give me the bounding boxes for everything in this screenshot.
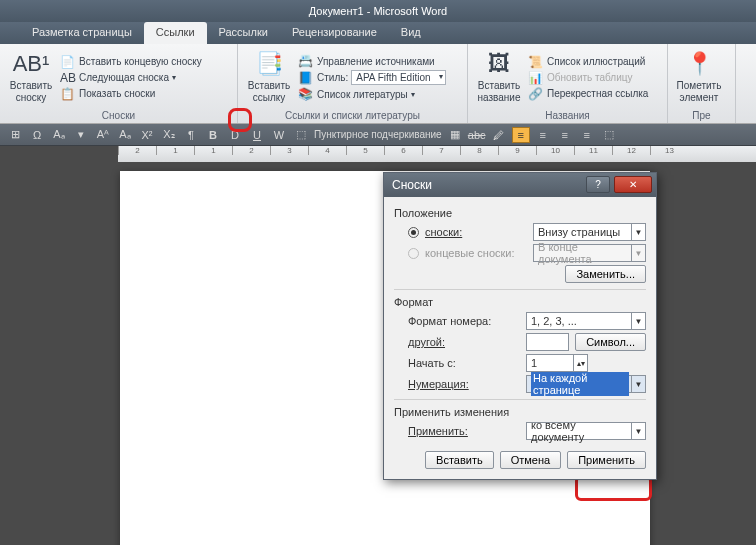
update-table-button[interactable]: 📊Обновить таблицу (528, 70, 648, 86)
dialog-title: Сноски (392, 178, 432, 192)
align-justify-icon[interactable]: ≡ (578, 127, 596, 143)
tb-icon[interactable]: ⬚ (600, 127, 618, 143)
tb-icon[interactable]: Aₐ (116, 127, 134, 143)
bibliography-icon: 📚 (298, 87, 314, 101)
chevron-down-icon: ▼ (631, 245, 645, 261)
tb-icon[interactable]: W (270, 127, 288, 143)
footnotes-position-select[interactable]: Внизу страницы▼ (533, 223, 646, 241)
tab-page-layout[interactable]: Разметка страницы (20, 22, 144, 44)
group-citations: 📑 Вставить ссылку 📇Управление источникам… (238, 44, 468, 123)
apply-button[interactable]: Применить (567, 451, 646, 469)
symbol-button[interactable]: Символ... (575, 333, 646, 351)
numbering-select[interactable]: На каждой странице▼ (526, 375, 646, 393)
tb-icon[interactable]: ⬚ (292, 127, 310, 143)
tab-mailings[interactable]: Рассылки (207, 22, 280, 44)
list-icon: 📜 (528, 55, 544, 69)
tb-icon[interactable]: ¶ (182, 127, 200, 143)
tb-icon[interactable]: Aₐ (50, 127, 68, 143)
caption-icon: 🖼 (488, 51, 510, 77)
table-of-figures-button[interactable]: 📜Список иллюстраций (528, 54, 648, 70)
align-center-icon[interactable]: ≡ (534, 127, 552, 143)
other-input[interactable] (526, 333, 569, 351)
start-at-label: Начать с: (408, 357, 520, 369)
tb-icon[interactable]: 🖉 (490, 127, 508, 143)
mark-icon: 📍 (686, 51, 713, 77)
cross-reference-button[interactable]: 🔗Перекрестная ссылка (528, 86, 648, 102)
bibliography-button[interactable]: 📚Список литературы▾ (298, 86, 446, 102)
next-footnote-icon: AB (60, 71, 76, 85)
start-at-spinner[interactable]: 1▴▾ (526, 354, 588, 372)
mark-entry-button[interactable]: 📍 Пометить элемент (674, 47, 724, 108)
insert-endnote-button[interactable]: 📄Вставить концевую сноску (60, 54, 202, 70)
style-icon: 📘 (298, 71, 314, 85)
citation-icon: 📑 (256, 51, 283, 77)
group-label-citations: Ссылки и списки литературы (244, 108, 461, 123)
dialog-close-button[interactable]: ✕ (614, 176, 652, 193)
endnotes-radio[interactable] (408, 248, 419, 259)
format-label: Формат (394, 296, 646, 308)
apply-to-label: Применить: (408, 425, 520, 437)
chevron-down-icon: ▼ (631, 224, 645, 240)
group-footnotes: AB¹ Вставить сноску 📄Вставить концевую с… (0, 44, 238, 123)
tb-icon[interactable]: ⊞ (6, 127, 24, 143)
citation-style-dropdown[interactable]: APA Fifth Edition (351, 70, 445, 85)
endnote-icon: 📄 (60, 55, 76, 69)
group-label-index: Пре (674, 108, 729, 123)
endnotes-position-select: В конце документа▼ (533, 244, 646, 262)
tb-icon[interactable]: Aᴬ (94, 127, 112, 143)
chevron-down-icon: ▼ (631, 313, 645, 329)
tab-review[interactable]: Рецензирование (280, 22, 389, 44)
footnotes-dialog: Сноски ? ✕ Положение сноски: Внизу стран… (383, 172, 657, 480)
dashed-underline-label[interactable]: Пунктирное подчеркивание (314, 129, 442, 140)
number-format-select[interactable]: 1, 2, 3, ...▼ (526, 312, 646, 330)
citation-style-row: 📘Стиль: APA Fifth Edition (298, 69, 446, 86)
show-notes-icon: 📋 (60, 87, 76, 101)
chevron-down-icon: ▼ (631, 423, 645, 439)
number-format-label: Формат номера: (408, 315, 520, 327)
tb-icon[interactable]: ▦ (446, 127, 464, 143)
endnotes-radio-label: концевые сноски: (425, 247, 527, 259)
group-label-footnotes: Сноски (6, 108, 231, 123)
tab-view[interactable]: Вид (389, 22, 433, 44)
tb-icon[interactable]: D (226, 127, 244, 143)
next-footnote-button[interactable]: ABСледующая сноска▾ (60, 70, 202, 86)
insert-citation-button[interactable]: 📑 Вставить ссылку (244, 47, 294, 108)
horizontal-ruler[interactable]: 2112345678910111213 (118, 146, 756, 162)
document-title: Документ1 - Microsoft Word (309, 5, 447, 17)
insert-footnote-button[interactable]: AB¹ Вставить сноску (6, 47, 56, 108)
tb-icon[interactable]: X₂ (160, 127, 178, 143)
title-bar: Документ1 - Microsoft Word (0, 0, 756, 22)
crossref-icon: 🔗 (528, 87, 544, 101)
tb-icon[interactable]: Ω (28, 127, 46, 143)
quick-toolbar: ⊞ Ω Aₐ ▾ Aᴬ Aₐ X² X₂ ¶ B D U W ⬚ Пунктир… (0, 124, 756, 146)
align-right-icon[interactable]: ≡ (556, 127, 574, 143)
align-left-icon[interactable]: ≡ (512, 127, 530, 143)
ribbon: AB¹ Вставить сноску 📄Вставить концевую с… (0, 44, 756, 124)
tb-icon[interactable]: B (204, 127, 222, 143)
manage-sources-button[interactable]: 📇Управление источниками (298, 53, 446, 69)
update-icon: 📊 (528, 71, 544, 85)
apply-to-select[interactable]: ко всему документу▼ (526, 422, 646, 440)
tb-icon[interactable]: X² (138, 127, 156, 143)
group-captions: 🖼 Вставить название 📜Список иллюстраций … (468, 44, 668, 123)
spinner-arrows-icon: ▴▾ (573, 355, 587, 371)
insert-button[interactable]: Вставить (425, 451, 494, 469)
numbering-label: Нумерация: (408, 378, 520, 390)
footnote-icon: AB¹ (13, 51, 50, 77)
other-label: другой: (408, 336, 520, 348)
replace-button[interactable]: Заменить... (565, 265, 646, 283)
group-label-captions: Названия (474, 108, 661, 123)
cancel-button[interactable]: Отмена (500, 451, 561, 469)
tb-icon[interactable]: abc (468, 127, 486, 143)
dialog-help-button[interactable]: ? (586, 176, 610, 193)
tab-links[interactable]: Ссылки (144, 22, 207, 44)
footnotes-radio[interactable] (408, 227, 419, 238)
ribbon-tabs: Разметка страницы Ссылки Рассылки Реценз… (0, 22, 756, 44)
apply-changes-label: Применить изменения (394, 406, 646, 418)
show-notes-button[interactable]: 📋Показать сноски (60, 86, 202, 102)
dialog-titlebar[interactable]: Сноски ? ✕ (384, 173, 656, 197)
insert-caption-button[interactable]: 🖼 Вставить название (474, 47, 524, 108)
tb-icon[interactable]: ▾ (72, 127, 90, 143)
tb-icon[interactable]: U (248, 127, 266, 143)
chevron-down-icon: ▼ (631, 376, 645, 392)
